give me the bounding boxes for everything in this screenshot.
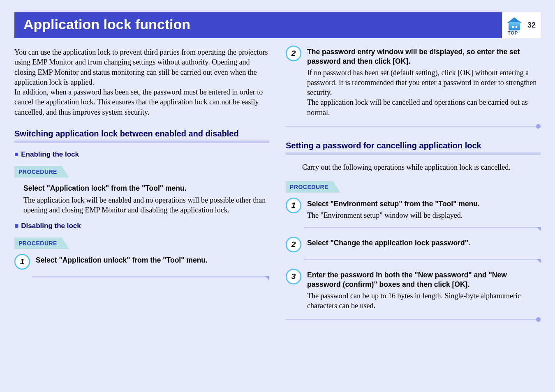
top-label: TOP <box>508 30 518 35</box>
procedure-label: PROCEDURE <box>14 166 69 178</box>
step-number-1: 1 <box>14 254 30 270</box>
pw-step1-title: Select "Environment setup" from the "Too… <box>307 199 541 209</box>
pw-step2-title: Select "Change the application lock pass… <box>307 238 541 248</box>
step-separator <box>304 227 541 230</box>
page-title: Application lock function <box>14 12 502 38</box>
step-number-3: 3 <box>286 269 301 284</box>
section-rule <box>286 152 541 155</box>
step-number-2: 2 <box>286 237 301 252</box>
end-separator <box>286 318 541 322</box>
step-number-1: 1 <box>286 198 301 213</box>
subheading-disable: ■Disabling the lock <box>14 222 269 230</box>
pw-step1-text: The "Environment setup" window will be d… <box>307 210 541 220</box>
password-intro: Carry out the following operations while… <box>302 162 541 172</box>
enable-step-title: Select "Application lock" from the "Tool… <box>23 184 269 193</box>
step-separator <box>304 259 541 262</box>
disable-step2-text: If no password has been set (default set… <box>307 68 541 118</box>
disable-step1-title: Select "Application unlock" from the "To… <box>36 256 269 265</box>
bullet-icon: ■ <box>14 222 18 230</box>
step-separator <box>32 276 269 279</box>
top-link[interactable]: ∎∎ TOP 32 <box>502 12 541 38</box>
intro-text: You can use the application lock to prev… <box>14 47 269 117</box>
procedure-label: PROCEDURE <box>14 238 69 249</box>
section-heading-password: Setting a password for cancelling applic… <box>286 141 541 151</box>
end-separator <box>286 125 541 129</box>
enable-step-text: The application lock will be enabled and… <box>23 195 269 215</box>
pw-step3-title: Enter the password in both the "New pass… <box>307 270 541 289</box>
pw-step3-text: The password can be up to 16 bytes in le… <box>307 291 541 311</box>
step-number-2: 2 <box>286 46 301 61</box>
disable-step2-title: The password entry window will be displa… <box>307 47 541 66</box>
bullet-icon: ■ <box>14 150 18 158</box>
subheading-enable: ■Enabling the lock <box>14 150 269 159</box>
section-rule <box>14 141 269 143</box>
procedure-label: PROCEDURE <box>286 181 340 193</box>
page-number: 32 <box>527 21 536 30</box>
home-icon: ∎∎ TOP <box>504 16 524 35</box>
section-heading-switch: Switching application lock between enabl… <box>14 129 269 139</box>
